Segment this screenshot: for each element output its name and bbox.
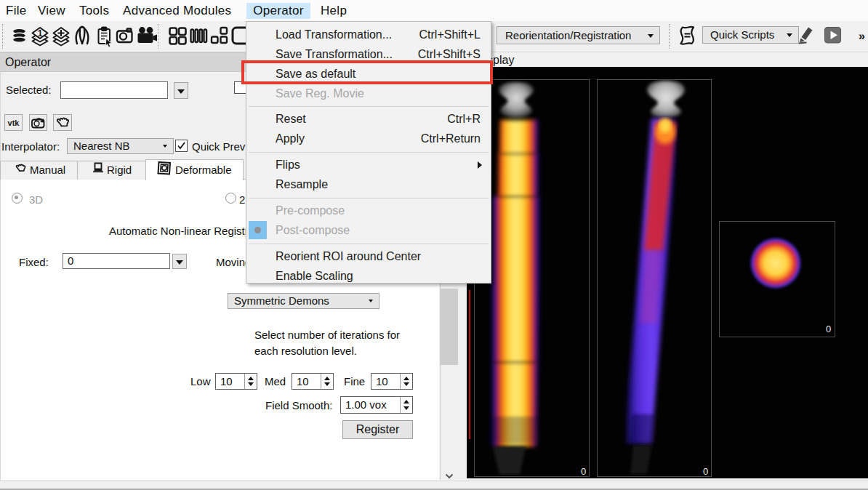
svg-text:»: »	[859, 30, 865, 42]
svg-text:1: 1	[38, 28, 43, 39]
svg-text:vtk: vtk	[8, 119, 20, 127]
